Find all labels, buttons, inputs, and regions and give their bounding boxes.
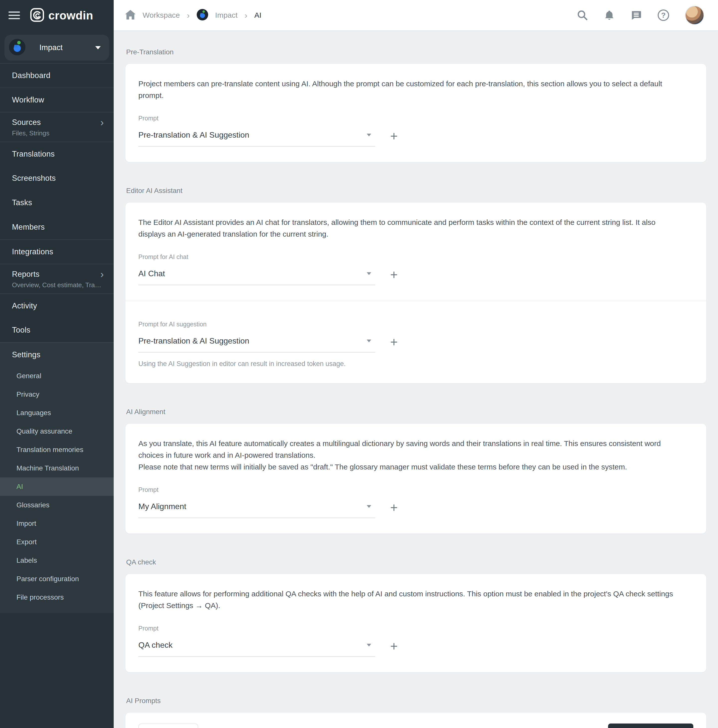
prompt-label: Prompt	[138, 115, 693, 122]
editor-ai-card: The Editor AI Assistant provides an AI c…	[125, 202, 707, 384]
breadcrumb-project[interactable]: Impact	[215, 11, 238, 20]
prompt-for-ai-chat-label: Prompt for AI chat	[138, 253, 693, 260]
crowdin-logo-text: crowdin	[48, 9, 93, 22]
section-heading-ai-alignment: AI Alignment	[126, 408, 707, 416]
topbar-icons: ?	[577, 6, 704, 25]
bell-icon[interactable]	[604, 10, 615, 21]
sidebar-item-labels[interactable]: Labels	[0, 551, 114, 570]
user-avatar[interactable]	[685, 6, 704, 25]
add-prompt-button[interactable]: +	[390, 641, 398, 656]
qa-check-description: This feature allows for performing addit…	[138, 588, 682, 611]
ai-alignment-prompt-select[interactable]: My Alignment	[138, 502, 375, 518]
chevron-down-icon	[95, 46, 101, 49]
add-prompt-button[interactable]: +	[390, 270, 398, 285]
qa-check-card: This feature allows for performing addit…	[125, 574, 707, 672]
sidebar-item-file-processors[interactable]: File processors	[0, 588, 114, 607]
token-usage-note: Using the AI Suggestion in editor can re…	[138, 360, 693, 368]
sidebar-item-subtitle: Overview, Cost estimate, Transl...	[12, 281, 102, 294]
sidebar-item-tasks[interactable]: Tasks	[0, 190, 114, 215]
help-icon[interactable]: ?	[658, 9, 669, 21]
section-heading-editor-ai: Editor AI Assistant	[126, 187, 707, 195]
ai-alignment-description-note: Please note that new terms will initiall…	[138, 461, 682, 473]
sidebar-item-dashboard[interactable]: Dashboard	[0, 63, 114, 87]
ai-chat-prompt-select[interactable]: AI Chat	[138, 269, 375, 285]
filter-button[interactable]: FILTER	[138, 723, 198, 728]
chat-icon[interactable]	[631, 10, 642, 21]
pre-translation-description: Project members can pre-translate conten…	[138, 78, 682, 101]
sidebar-item-parser-configuration[interactable]: Parser configuration	[0, 570, 114, 588]
add-prompt-button[interactable]: +	[390, 337, 398, 352]
search-icon[interactable]	[577, 10, 588, 21]
crowdin-logo[interactable]: crowdin	[30, 8, 93, 23]
sidebar-item-integrations[interactable]: Integrations	[0, 239, 114, 264]
main-content: Pre-Translation Project members can pre-…	[114, 31, 718, 728]
qa-check-prompt-select[interactable]: QA check	[138, 641, 375, 657]
sidebar-item-workflow[interactable]: Workflow	[0, 87, 114, 112]
sidebar-item-subtitle: Files, Strings	[12, 129, 102, 142]
sidebar-item-languages[interactable]: Languages	[0, 404, 114, 422]
sidebar-item-activity[interactable]: Activity	[0, 294, 114, 318]
new-prompt-button[interactable]: + NEW PROMPT	[608, 723, 693, 728]
chevron-down-icon	[367, 505, 371, 508]
sidebar-item-translations[interactable]: Translations	[0, 142, 114, 166]
ai-prompts-card: FILTER + NEW PROMPT Title Visibility Typ…	[125, 712, 707, 728]
prompt-label: Prompt	[138, 486, 693, 493]
sidebar: crowdin Impact Dashboard Workflow Source…	[0, 0, 114, 728]
pre-translation-card: Project members can pre-translate conten…	[125, 64, 707, 162]
chevron-down-icon	[367, 340, 371, 342]
crowdin-logo-icon	[30, 8, 44, 23]
home-icon[interactable]	[125, 10, 136, 21]
sidebar-item-ai[interactable]: AI	[0, 477, 114, 496]
topbar: Workspace Impact AI ?	[114, 0, 718, 31]
breadcrumb-project-avatar	[197, 9, 208, 21]
chevron-down-icon	[367, 644, 371, 647]
sidebar-settings-group: Settings General Privacy Languages Quali…	[0, 342, 114, 613]
section-heading-ai-prompts: AI Prompts	[126, 697, 707, 705]
prompt-label: Prompt	[138, 625, 693, 632]
breadcrumb-page: AI	[254, 11, 261, 20]
chevron-down-icon	[367, 134, 371, 136]
sidebar-item-sources[interactable]: Sources Files, Strings	[0, 112, 114, 142]
sidebar-item-machine-translation[interactable]: Machine Translation	[0, 459, 114, 477]
chevron-right-icon	[101, 119, 104, 126]
ai-alignment-card: As you translate, this AI feature automa…	[125, 423, 707, 534]
chevron-down-icon	[367, 272, 371, 275]
prompts-toolbar: FILTER + NEW PROMPT	[125, 713, 706, 728]
sidebar-item-screenshots[interactable]: Screenshots	[0, 166, 114, 190]
section-heading-qa-check: QA check	[126, 558, 707, 566]
editor-ai-description: The Editor AI Assistant provides an AI c…	[138, 216, 682, 240]
pre-translation-prompt-select[interactable]: Pre-translation & AI Suggestion	[138, 130, 375, 147]
ai-alignment-description: As you translate, this AI feature automa…	[138, 437, 682, 461]
breadcrumb-workspace[interactable]: Workspace	[143, 11, 180, 20]
sidebar-item-translation-memories[interactable]: Translation memories	[0, 440, 114, 459]
breadcrumb: Workspace Impact AI	[125, 9, 261, 21]
ai-suggestion-prompt-select[interactable]: Pre-translation & AI Suggestion	[138, 336, 375, 353]
sidebar-item-privacy[interactable]: Privacy	[0, 385, 114, 404]
sidebar-item-members[interactable]: Members	[0, 215, 114, 239]
sidebar-item-quality-assurance[interactable]: Quality assurance	[0, 422, 114, 440]
add-prompt-button[interactable]: +	[390, 503, 398, 518]
add-prompt-button[interactable]: +	[390, 131, 398, 146]
chevron-right-icon	[101, 271, 104, 278]
chevron-right-icon	[244, 11, 247, 20]
sidebar-item-tools[interactable]: Tools	[0, 318, 114, 342]
project-avatar	[9, 39, 26, 57]
prompt-for-ai-suggestion-label: Prompt for AI suggestion	[138, 321, 693, 328]
sidebar-item-settings[interactable]: Settings	[0, 343, 114, 367]
project-name: Impact	[40, 43, 95, 52]
sidebar-item-glossaries[interactable]: Glossaries	[0, 496, 114, 514]
menu-icon[interactable]	[9, 9, 20, 21]
sidebar-item-reports[interactable]: Reports Overview, Cost estimate, Transl.…	[0, 264, 114, 294]
sidebar-item-export[interactable]: Export	[0, 533, 114, 551]
sidebar-item-general[interactable]: General	[0, 367, 114, 385]
sidebar-item-import[interactable]: Import	[0, 514, 114, 533]
sidebar-header: crowdin	[0, 0, 114, 31]
section-heading-pre-translation: Pre-Translation	[126, 48, 707, 56]
chevron-right-icon	[187, 11, 190, 20]
sidebar-nav: Dashboard Workflow Sources Files, String…	[0, 63, 114, 342]
project-selector[interactable]: Impact	[5, 35, 109, 61]
